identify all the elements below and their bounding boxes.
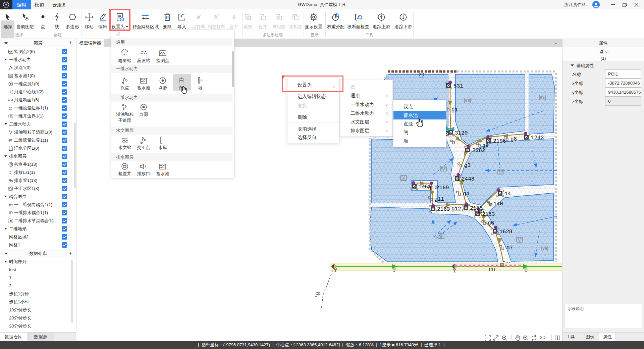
svg-text:1243: 1243 <box>531 135 544 141</box>
svg-text:ID: ID <box>316 292 321 296</box>
svg-text:2D: 2D <box>419 72 424 78</box>
svg-text:2196: 2196 <box>493 138 506 144</box>
svg-text:g8: g8 <box>511 136 517 142</box>
svg-text:2169: 2169 <box>436 185 449 191</box>
svg-text:ID: ID <box>10 115 12 118</box>
svg-text:2382: 2382 <box>472 148 485 154</box>
svg-text:140: 140 <box>493 201 503 207</box>
svg-text:3120: 3120 <box>455 130 468 136</box>
svg-text:13l: 13l <box>488 267 496 272</box>
svg-text:g6: g6 <box>488 220 494 226</box>
svg-text:2163: 2163 <box>437 206 450 212</box>
svg-text:g12: g12 <box>451 206 461 212</box>
svg-text:14: 14 <box>504 191 511 197</box>
svg-text:ID: ID <box>9 106 12 109</box>
svg-text:2448: 2448 <box>462 176 474 182</box>
svg-text:g1: g1 <box>451 107 458 113</box>
svg-text:2D: 2D <box>9 138 12 141</box>
svg-text:1628: 1628 <box>499 229 512 235</box>
svg-text:1D: 1D <box>8 211 13 215</box>
svg-text:g4: g4 <box>463 191 469 197</box>
svg-text:g11: g11 <box>434 196 444 202</box>
svg-text:g3: g3 <box>464 162 471 168</box>
svg-text:2183: 2183 <box>482 211 495 217</box>
svg-text:g7: g7 <box>506 245 513 251</box>
svg-text:531: 531 <box>453 83 463 89</box>
